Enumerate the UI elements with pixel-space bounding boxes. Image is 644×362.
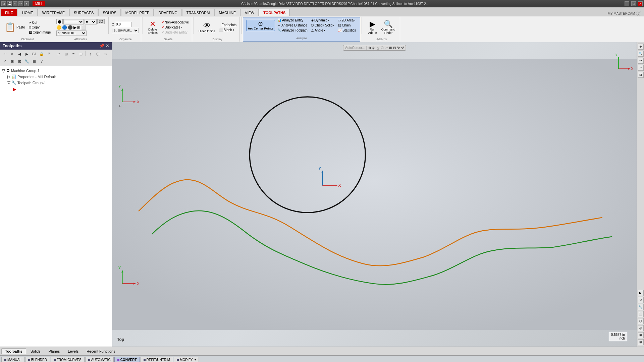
help-btn[interactable]: ? bbox=[636, 11, 641, 16]
tab-modelprep[interactable]: MODEL PREP bbox=[121, 9, 154, 16]
panel-pin-btn[interactable]: 📌 bbox=[99, 44, 104, 48]
tree-properties[interactable]: ▷ 📊 Properties - Mill Default bbox=[1, 74, 110, 80]
automatic-btn[interactable]: AUTOMATIC bbox=[85, 357, 114, 362]
panel-tb-2[interactable]: ✕ bbox=[9, 51, 15, 57]
float-btn-8[interactable]: ↻ bbox=[397, 46, 400, 50]
tab-levels[interactable]: Levels bbox=[64, 348, 82, 354]
panel-tb-3[interactable]: ◀ bbox=[16, 51, 23, 57]
blank-btn[interactable]: ⬜ Blank ▾ bbox=[218, 28, 237, 32]
right-btn-10[interactable]: ⬡ bbox=[638, 318, 644, 324]
angle-btn[interactable]: ∠ Angle ▾ bbox=[310, 28, 335, 33]
float-btn-5[interactable]: ↗ bbox=[385, 46, 388, 50]
more-btn[interactable]: ▾ bbox=[24, 1, 29, 6]
tab-transform[interactable]: TRANSFORM bbox=[182, 9, 214, 16]
tab-toolpaths[interactable]: Toolpaths bbox=[1, 348, 26, 354]
delete-entities-btn[interactable]: ✕ Delete Entities bbox=[146, 20, 159, 35]
panel-tb-4[interactable]: ▶ bbox=[23, 51, 30, 57]
panel-tb-10[interactable]: ≡ bbox=[70, 51, 77, 57]
tree-play-item[interactable]: ▶ bbox=[1, 86, 110, 93]
panel-tb-7[interactable]: ? bbox=[46, 51, 52, 57]
minimize-btn[interactable]: ─ bbox=[625, 1, 629, 6]
float-btn-1[interactable]: ⊕ bbox=[368, 46, 371, 50]
panel-tb-9[interactable]: ⊞ bbox=[63, 51, 69, 57]
hide-unhide-btn[interactable]: 👁 Hide/Unhide bbox=[197, 21, 217, 34]
right-btn-8[interactable]: 🔧 bbox=[638, 304, 644, 310]
dynamic-btn[interactable]: ◈ Dynamic ▾ bbox=[310, 18, 335, 22]
attr-icon1[interactable]: ▶ bbox=[73, 25, 76, 30]
refit-btn[interactable]: REFIT/UNTRIM bbox=[141, 357, 173, 362]
float-btn-2[interactable]: ◎ bbox=[372, 46, 375, 50]
panel-tb-12[interactable]: ↑ bbox=[87, 51, 94, 57]
panel-tb-6[interactable]: 🔒 bbox=[38, 51, 45, 57]
attr-icon2[interactable]: ⊞ bbox=[77, 25, 80, 30]
endpoints-btn[interactable]: ⬝ Endpoints bbox=[218, 23, 237, 27]
float-btn-4[interactable]: ⬡ bbox=[381, 46, 384, 50]
float-btn-6[interactable]: ⊞ bbox=[389, 46, 392, 50]
non-associative-btn[interactable]: ✕ Non-Associative bbox=[160, 20, 190, 24]
undelete-btn[interactable]: ✕ Undelete Entity bbox=[160, 30, 190, 35]
analyze-toolpath-btn[interactable]: 🔧 Analyze Toolpath bbox=[276, 28, 309, 33]
right-btn-12[interactable]: ⊞ bbox=[638, 332, 644, 338]
panel-tb-18[interactable]: 🔧 bbox=[23, 58, 30, 65]
right-btn-7[interactable]: ⚙ bbox=[638, 297, 644, 303]
copy-btn[interactable]: ⧉Copy bbox=[28, 25, 52, 30]
attr-color3[interactable]: ⚫ bbox=[68, 25, 73, 30]
right-btn-4[interactable]: ↗ bbox=[638, 65, 644, 71]
tab-surfaces[interactable]: SURFACES bbox=[69, 9, 98, 16]
from-curves-btn[interactable]: FROM CURVES bbox=[51, 357, 85, 362]
tab-planes[interactable]: Planes bbox=[45, 348, 64, 354]
command-finder-btn[interactable]: 🔍 Command Finder bbox=[380, 20, 397, 35]
modify-btn[interactable]: MODIFY ▾ bbox=[174, 357, 199, 362]
panel-tb-16[interactable]: ⊞ bbox=[9, 58, 15, 65]
tree-toolpath-group[interactable]: ▽ 🔧 Toolpath Group-1 bbox=[1, 80, 110, 86]
copy-image-btn[interactable]: 🖼Copy Image bbox=[28, 30, 52, 35]
panel-tb-5[interactable]: G1 bbox=[31, 51, 38, 57]
tab-home[interactable]: HOME bbox=[18, 9, 38, 16]
attr-icon3[interactable]: ⬜ bbox=[81, 25, 86, 30]
panel-tb-1[interactable]: ↩ bbox=[1, 51, 8, 57]
float-btn-9[interactable]: ↺ bbox=[401, 46, 404, 50]
level-select[interactable]: 6 : SIMPLIF... bbox=[112, 28, 139, 33]
panel-tb-20[interactable]: ? bbox=[38, 58, 45, 65]
z-input[interactable] bbox=[115, 22, 132, 27]
tab-solids[interactable]: Solids bbox=[27, 348, 44, 354]
panel-tb-14[interactable]: ▭ bbox=[102, 51, 109, 57]
save-btn[interactable]: 💾 bbox=[7, 1, 12, 6]
attr-color2[interactable]: 🔵 bbox=[62, 25, 67, 30]
check-solid-btn[interactable]: ⬡ Check Solid ▾ bbox=[310, 23, 335, 27]
2d-area-btn[interactable]: ▭ 2D Area ▾ bbox=[337, 18, 357, 22]
statistics-btn[interactable]: 📈 Statistics bbox=[337, 28, 357, 33]
tab-solids[interactable]: SOLIDS bbox=[98, 9, 120, 16]
redo-btn[interactable]: ↪ bbox=[18, 1, 23, 6]
analyze-entity-btn[interactable]: 📊 Analyze Entity bbox=[276, 18, 309, 22]
undo-btn[interactable]: ↩ bbox=[13, 1, 17, 6]
analyze-distance-btn[interactable]: ↔ Analyze Distance bbox=[276, 23, 309, 27]
attr-color1[interactable]: 🟡 bbox=[56, 25, 61, 30]
paste-btn[interactable]: 📋 Paste bbox=[3, 21, 26, 33]
float-btn-3[interactable]: △ bbox=[377, 46, 379, 50]
run-addin-btn[interactable]: ▶ Run Add-In bbox=[367, 20, 379, 35]
3d-btn[interactable]: 3D bbox=[97, 19, 105, 24]
tab-toolpaths[interactable]: TOOLPATHS bbox=[259, 9, 290, 16]
maximize-btn[interactable]: □ bbox=[631, 1, 636, 6]
linecolor-select[interactable]: ■ bbox=[85, 19, 97, 24]
tab-drafting[interactable]: DRAFTING bbox=[154, 9, 181, 16]
linestyle-select[interactable]: ────── bbox=[63, 19, 84, 24]
panel-tb-15[interactable]: ✓ bbox=[1, 58, 8, 65]
panel-tb-19[interactable]: ▦ bbox=[31, 58, 38, 65]
tree-machine-group[interactable]: ▽ ⚙ Machine Group-1 bbox=[1, 67, 110, 74]
float-btn-7[interactable]: ⊠ bbox=[393, 46, 396, 50]
right-btn-1[interactable]: ⊕ bbox=[638, 44, 644, 50]
tab-file[interactable]: FILE bbox=[1, 9, 17, 16]
right-btn-2[interactable]: 🔍 bbox=[638, 51, 644, 57]
blended-btn[interactable]: BLENDED bbox=[25, 357, 50, 362]
viewport[interactable]: X Y C X Y X Y bbox=[112, 42, 637, 347]
close-btn[interactable]: ✕ bbox=[638, 1, 643, 6]
right-btn-13[interactable]: ⊠ bbox=[638, 339, 644, 345]
tab-view[interactable]: VIEW bbox=[240, 9, 259, 16]
arc-center-points-btn[interactable]: ⊙ Arc Center Points bbox=[246, 20, 275, 31]
panel-tb-13[interactable]: ⬡ bbox=[95, 51, 101, 57]
right-btn-9[interactable]: ⬜ bbox=[638, 311, 644, 317]
cut-btn[interactable]: ✂Cut bbox=[28, 20, 52, 25]
chain-btn[interactable]: ⛓ Chain bbox=[337, 23, 357, 27]
